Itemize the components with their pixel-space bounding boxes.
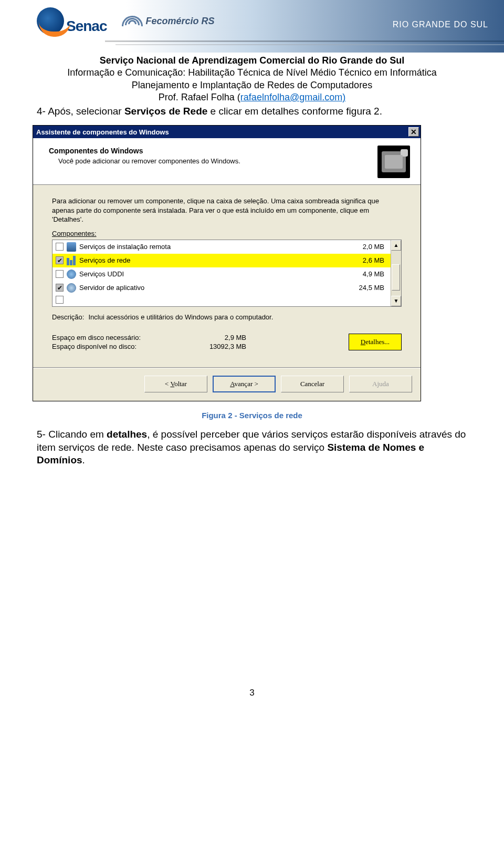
step-4-before: Após, selecionar — [46, 106, 124, 117]
step-4-bold: Serviços de Rede — [124, 106, 207, 117]
wizard-subtitle: Você pode adicionar ou remover component… — [49, 157, 240, 165]
banner-underline-2 — [116, 44, 504, 45]
logos: Senac Fecomércio RS — [0, 0, 504, 35]
components-list[interactable]: Serviços de instalação remota2,0 MBServi… — [52, 240, 402, 307]
disk-info: Espaço em disco necessário: 2,9 MB Espaç… — [52, 334, 402, 350]
disk-required-label: Espaço em disco necessário: — [52, 334, 188, 341]
component-name: Serviços UDDI — [79, 270, 334, 278]
wizard-instructions: Para adicionar ou remover um componente,… — [52, 196, 402, 224]
step-5-bold1: detalhes — [107, 429, 147, 440]
step-5-t3: . — [82, 454, 85, 465]
component-row[interactable]: Servidor de aplicativo24,5 MB — [52, 281, 391, 295]
component-checkbox[interactable] — [56, 243, 64, 251]
header-banner: Senac Fecomércio RS RIO GRANDE DO SUL — [0, 0, 504, 53]
senac-text: Senac — [66, 18, 107, 35]
wizard-main: Para adicionar ou remover um componente,… — [33, 185, 421, 358]
figure-2-caption: Figura 2 - Serviços de rede — [0, 411, 504, 420]
component-checkbox[interactable] — [56, 296, 64, 304]
doc-header-line1: Serviço Nacional de Aprendizagem Comerci… — [26, 55, 478, 67]
dialog-titlebar[interactable]: Assistente de componentes do Windows ✕ — [33, 126, 421, 138]
step-4-number: 4- — [37, 106, 46, 117]
description-label: Descrição: — [52, 313, 84, 321]
fecomercio-logo: Fecomércio RS — [122, 11, 215, 32]
wizard-header: Componentes do Windows Você pode adicion… — [33, 138, 421, 185]
description-row: Descrição: Inclui acessórios e utilitári… — [52, 313, 402, 321]
disk-required-value: 2,9 MB — [188, 334, 246, 341]
component-row-partial[interactable] — [52, 295, 391, 305]
components-label: Componentes: — [52, 230, 402, 237]
step-5-text: 5- Clicando em detalhes, é possível perc… — [0, 427, 504, 467]
windows-components-wizard-dialog: Assistente de componentes do Windows ✕ C… — [33, 125, 421, 401]
wizard-icon — [377, 146, 410, 178]
page-number: 3 — [0, 688, 504, 698]
step-5-number: 5- — [37, 429, 46, 440]
description-text: Inclui acessórios e utilitários do Windo… — [88, 313, 402, 321]
appsrv-icon — [67, 283, 76, 293]
component-row[interactable]: Serviços de instalação remota2,0 MB — [52, 240, 391, 254]
scroll-down-button[interactable]: ▼ — [391, 296, 401, 306]
disk-available-label: Espaço disponível no disco: — [52, 343, 188, 350]
wizard-title: Componentes do Windows — [49, 147, 240, 155]
rio-grande-do-sul-text: RIO GRANDE DO SUL — [393, 20, 488, 29]
details-button[interactable]: Detalhes... — [349, 334, 402, 350]
component-name: Serviços de instalação remota — [79, 243, 334, 251]
dialog-footer: < Voltar Avançar > Cancelar Ajuda — [33, 368, 421, 401]
next-button[interactable]: Avançar > — [213, 376, 276, 392]
senac-swoosh-icon — [37, 7, 64, 35]
component-size: 24,5 MB — [337, 284, 384, 292]
doc-header-line3: Planejamento e Implantação de Redes de C… — [26, 79, 478, 91]
step-4-text: 4- Após, selecionar Serviços de Rede e c… — [0, 104, 504, 118]
scroll-up-button[interactable]: ▲ — [391, 240, 401, 251]
doc-header-line2: Informação e Comunicação: Habilitação Té… — [26, 67, 478, 79]
component-size: 2,0 MB — [337, 243, 384, 251]
component-checkbox[interactable] — [56, 270, 64, 278]
dialog-body: Componentes do Windows Você pode adicion… — [33, 138, 421, 401]
remote-icon — [67, 242, 76, 252]
step-5-t1: Clicando em — [46, 429, 107, 440]
document-header: Serviço Nacional de Aprendizagem Comerci… — [0, 55, 504, 104]
doc-header-line4: Prof. Rafael Folha (rafaelnfolha@gmail.c… — [26, 91, 478, 103]
banner-underline — [105, 40, 504, 42]
component-name: Servidor de aplicativo — [79, 284, 334, 292]
dialog-title: Assistente de componentes do Windows — [36, 128, 169, 136]
component-checkbox[interactable] — [56, 256, 64, 264]
help-button[interactable]: Ajuda — [349, 376, 412, 392]
scrollbar[interactable]: ▲ ▼ — [391, 240, 401, 306]
senac-logo: Senac — [37, 7, 107, 35]
fecomercio-text: Fecomércio RS — [146, 16, 215, 27]
close-button[interactable]: ✕ — [408, 127, 419, 137]
component-size: 2,6 MB — [337, 256, 384, 264]
component-row[interactable]: Serviços UDDI4,9 MB — [52, 267, 391, 281]
net-icon — [67, 256, 76, 265]
uddi-icon — [67, 270, 76, 279]
disk-available-value: 13092,3 MB — [188, 343, 246, 350]
scroll-thumb[interactable] — [392, 264, 400, 291]
fecomercio-arcs-icon — [122, 11, 143, 32]
component-name: Serviços de rede — [79, 256, 334, 264]
component-row[interactable]: Serviços de rede2,6 MB — [52, 254, 391, 267]
close-icon: ✕ — [411, 128, 417, 136]
scroll-track[interactable] — [391, 251, 401, 296]
figure-2-dialog: Assistente de componentes do Windows ✕ C… — [33, 125, 421, 401]
back-button[interactable]: < Voltar — [144, 376, 207, 392]
doc-header-prof: Prof. Rafael Folha ( — [159, 92, 240, 102]
component-checkbox[interactable] — [56, 284, 64, 292]
cancel-button[interactable]: Cancelar — [281, 376, 344, 392]
doc-header-email-link[interactable]: rafaelnfolha@gmail.com) — [240, 92, 345, 102]
component-size: 4,9 MB — [337, 270, 384, 278]
step-4-after: e clicar em detalhes conforme figura 2. — [207, 106, 382, 117]
